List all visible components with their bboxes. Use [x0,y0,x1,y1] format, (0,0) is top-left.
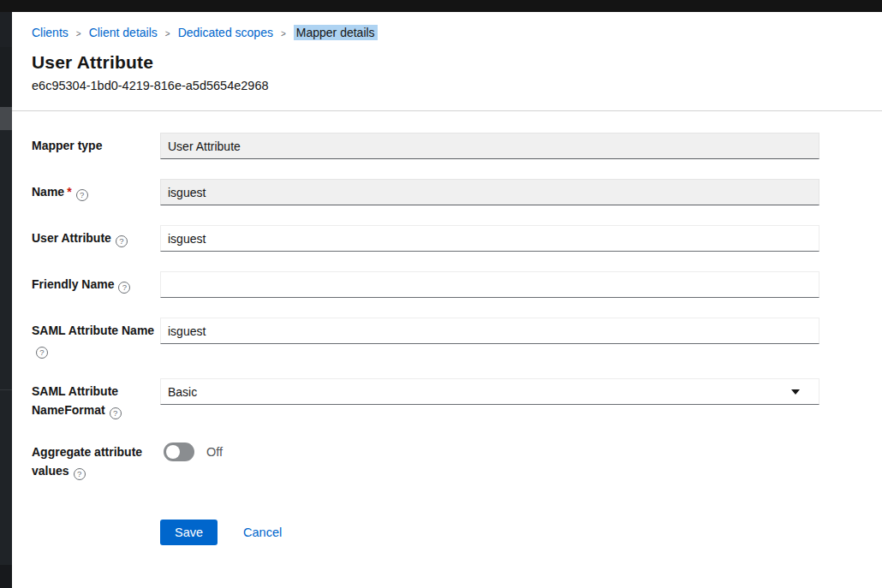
toggle-state-label: Off [206,445,223,459]
form-row-name: Name*? [32,179,819,205]
field-label: Mapper type [32,133,160,155]
actions-spacer [32,531,160,534]
field-label-text: SAML Attribute NameFormat [32,384,118,417]
main-content: Clients > Client details > Dedicated sco… [12,12,882,588]
form-row-mapper-type: Mapper type [32,133,819,159]
field-label: Aggregate attribute values? [32,439,160,480]
breadcrumb: Clients > Client details > Dedicated sco… [32,25,848,40]
page-header: Clients > Client details > Dedicated sco… [12,12,882,92]
field-label: Name*? [32,179,160,201]
sidebar-active-item[interactable] [0,107,12,130]
field-label: Friendly Name? [32,271,160,294]
help-icon[interactable]: ? [118,282,130,294]
toggle-knob [166,445,180,459]
friendly-name-input[interactable] [160,271,819,298]
breadcrumb-separator-icon: > [281,29,286,39]
user-attribute-input[interactable] [160,225,819,252]
form-row-saml-attribute-name: SAML Attribute Name? [32,318,819,359]
page-title: User Attribute [32,52,848,73]
mapper-type-input[interactable] [160,133,819,159]
field-label: SAML Attribute NameFormat? [32,378,160,419]
select-value: Basic [168,385,197,399]
field-label: User Attribute? [32,225,160,247]
breadcrumb-link-clients[interactable]: Clients [32,26,69,39]
form-actions: Save Cancel [32,520,819,545]
help-icon[interactable]: ? [36,347,48,359]
help-icon[interactable]: ? [76,189,88,201]
form-row-aggregate-attribute-values: Aggregate attribute values? Off [32,439,819,480]
breadcrumb-current-mapper-details: Mapper details [294,25,378,40]
field-label-text: SAML Attribute Name [32,324,154,337]
breadcrumb-separator-icon: > [165,29,170,39]
sidebar-segment [0,12,12,47]
breadcrumb-link-dedicated-scopes[interactable]: Dedicated scopes [178,26,273,39]
save-button[interactable]: Save [160,520,218,545]
sidebar-segment [0,130,12,389]
field-label-text: Mapper type [32,139,102,152]
mapper-form: Mapper type Name*? User Attribute? [12,111,819,545]
breadcrumb-separator-icon: > [76,29,81,39]
name-input[interactable] [160,179,819,205]
caret-down-icon [791,389,800,395]
field-label-text: Friendly Name [32,277,114,291]
field-label-text: Name [32,185,64,199]
saml-nameformat-select[interactable]: Basic [160,378,819,405]
masthead-bar [0,0,882,12]
sidebar-segment [0,47,12,107]
breadcrumb-link-client-details[interactable]: Client details [89,26,158,39]
form-row-user-attribute: User Attribute? [32,225,819,252]
sidebar-segment [0,389,12,565]
form-row-friendly-name: Friendly Name? [32,271,819,298]
collapsed-sidebar [0,12,12,588]
saml-attribute-name-input[interactable] [160,318,819,344]
form-row-saml-attribute-nameformat: SAML Attribute NameFormat? Basic [32,378,819,419]
app-shell: Clients > Client details > Dedicated sco… [0,12,882,588]
required-asterisk: * [67,185,71,199]
mapper-id-subtitle: e6c95304-1bd0-4219-816e-a5d5654e2968 [32,79,848,92]
field-label-text: Aggregate attribute values [32,445,142,478]
help-icon[interactable]: ? [116,235,128,247]
field-label: SAML Attribute Name? [32,318,160,359]
sidebar-segment [0,565,12,588]
help-icon[interactable]: ? [110,407,122,419]
cancel-link[interactable]: Cancel [243,526,282,539]
aggregate-values-toggle[interactable] [164,442,194,461]
field-label-text: User Attribute [32,231,111,245]
help-icon[interactable]: ? [74,468,86,480]
